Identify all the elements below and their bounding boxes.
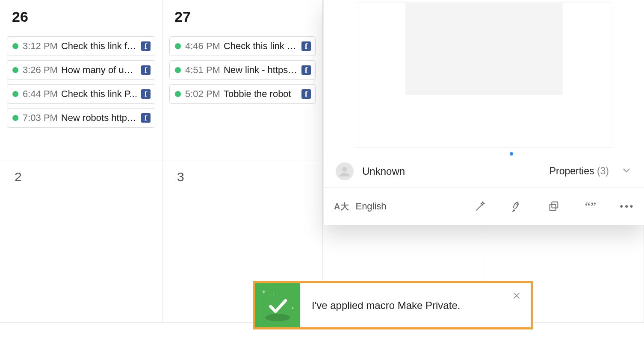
text-size-icon: A大	[334, 201, 349, 212]
calendar-event[interactable]: 3:26 PM How many of us ... f	[7, 60, 155, 80]
more-icon[interactable]: •••	[621, 200, 634, 213]
status-dot-icon	[12, 67, 18, 73]
event-time: 7:03 PM	[23, 112, 58, 123]
calendar-event[interactable]: 4:46 PM Check this link a... f	[169, 36, 316, 56]
success-badge: ✦ + ✦	[255, 283, 300, 327]
calendar-cell[interactable]: 27 4:46 PM Check this link a... f 4:51 P…	[162, 0, 323, 161]
preview-area	[324, 0, 644, 155]
facebook-icon: f	[301, 41, 311, 51]
language-selector[interactable]: A大 English	[334, 201, 470, 212]
facebook-icon: f	[141, 89, 151, 99]
event-title: Check this link P...	[61, 88, 138, 100]
status-dot-icon	[175, 43, 181, 49]
language-label: English	[355, 201, 386, 212]
rocket-icon[interactable]	[511, 200, 523, 213]
status-dot-icon	[175, 91, 181, 97]
author-name: Unknown	[362, 165, 549, 177]
event-time: 5:02 PM	[185, 88, 220, 100]
facebook-icon: f	[141, 65, 151, 75]
event-title: New link - https://...	[224, 65, 298, 76]
calendar-event[interactable]: 6:44 PM Check this link P... f	[7, 84, 155, 104]
macro-toast: ✦ + ✦ I've applied macro Make Private.	[253, 281, 533, 329]
day-number: 27	[174, 9, 316, 25]
event-time: 4:51 PM	[185, 65, 220, 76]
svg-rect-2	[552, 202, 558, 208]
preview-card	[356, 3, 612, 148]
status-dot-icon	[12, 115, 18, 121]
close-icon[interactable]	[512, 291, 521, 302]
toast-message: I've applied macro Make Private.	[300, 283, 531, 327]
calendar-cell[interactable]: 2	[0, 161, 162, 323]
calendar-event[interactable]: 3:12 PM Check this link for... f	[7, 36, 155, 56]
details-panel: Unknown Properties (3) A大 English “” •••	[323, 0, 644, 225]
checkmark-icon	[266, 294, 290, 317]
properties-label: Properties	[549, 165, 594, 176]
svg-point-0	[342, 167, 347, 172]
quote-icon[interactable]: “”	[584, 200, 597, 213]
event-time: 3:12 PM	[23, 41, 58, 52]
event-title: How many of us ...	[61, 65, 138, 76]
event-title: Tobbie the robot	[224, 88, 298, 100]
author-properties-row: Unknown Properties (3)	[324, 155, 644, 188]
event-title: Check this link a...	[224, 41, 298, 52]
carousel-pager[interactable]	[510, 150, 513, 157]
day-number: 3	[177, 170, 316, 184]
event-time: 3:26 PM	[23, 65, 58, 76]
facebook-icon: f	[141, 41, 151, 51]
magic-wand-icon[interactable]	[474, 200, 487, 213]
facebook-icon: f	[301, 89, 311, 99]
properties-toggle[interactable]: Properties (3)	[549, 165, 609, 177]
facebook-icon: f	[141, 113, 151, 123]
day-number: 2	[15, 170, 155, 184]
status-dot-icon	[12, 91, 18, 97]
day-number: 26	[12, 9, 155, 25]
status-dot-icon	[175, 67, 181, 73]
svg-rect-3	[550, 204, 556, 210]
avatar-icon	[336, 162, 354, 180]
calendar-event[interactable]: 4:51 PM New link - https://... f	[169, 60, 316, 80]
status-dot-icon	[12, 43, 18, 49]
event-time: 6:44 PM	[23, 88, 58, 100]
properties-count: (3)	[597, 165, 609, 176]
image-placeholder	[405, 3, 563, 95]
sparkle-icon: ✦	[291, 306, 295, 311]
event-title: Check this link for...	[61, 41, 138, 52]
event-title: New robots https...	[61, 112, 138, 123]
pager-dot-icon	[510, 152, 513, 156]
calendar-event[interactable]: 7:03 PM New robots https... f	[7, 108, 155, 128]
event-time: 4:46 PM	[185, 41, 220, 52]
copy-layers-icon[interactable]	[547, 200, 560, 213]
editor-toolbar: A大 English “” •••	[324, 188, 644, 225]
calendar-event[interactable]: 5:02 PM Tobbie the robot f	[169, 84, 316, 104]
facebook-icon: f	[301, 65, 311, 75]
chevron-down-icon[interactable]	[621, 165, 632, 178]
svg-point-1	[517, 204, 518, 206]
calendar-cell[interactable]: 26 3:12 PM Check this link for... f 3:26…	[0, 0, 162, 161]
